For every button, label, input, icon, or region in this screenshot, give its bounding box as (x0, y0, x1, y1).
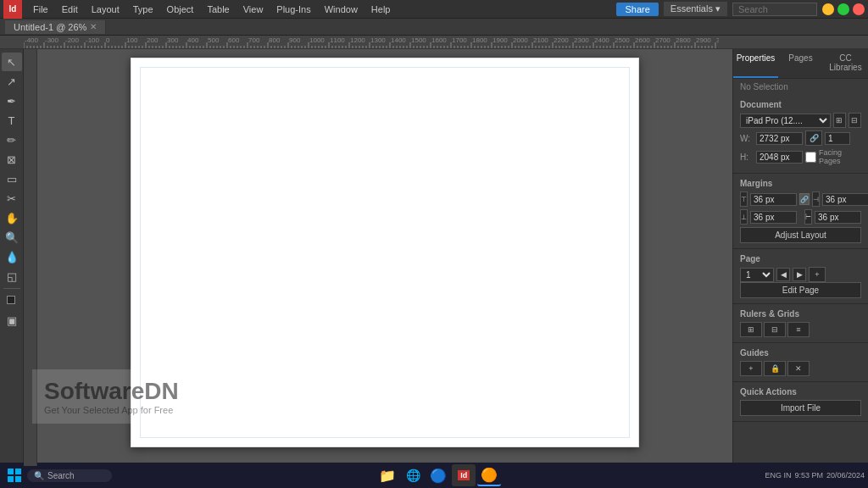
svg-rect-3 (15, 476, 21, 482)
page-options-button[interactable]: + (809, 267, 826, 282)
selection-tool[interactable]: ↖ (2, 53, 22, 71)
share-button[interactable]: Share (616, 3, 658, 16)
taskbar-chrome[interactable]: 🔵 (426, 464, 450, 486)
page-number-row: 1 ◀ ▶ + (740, 267, 861, 282)
edit-page-button[interactable]: Edit Page (740, 282, 861, 298)
menu-right: Share Essentials ▾ (616, 2, 865, 16)
width-input[interactable] (756, 132, 803, 145)
start-button[interactable] (3, 464, 25, 486)
lock-aspect-icon[interactable]: 🔗 (805, 130, 822, 146)
page-section: Page 1 ◀ ▶ + Edit Page (733, 249, 868, 304)
margin-link-button[interactable]: 🔗 (799, 193, 810, 205)
taskbar-edge[interactable]: 🌐 (401, 464, 425, 486)
scissors-tool[interactable]: ✂ (2, 189, 22, 208)
essentials-button[interactable]: Essentials ▾ (664, 2, 727, 16)
margin-top-icon: ⊤ (740, 191, 748, 207)
minimize-button[interactable] (822, 3, 834, 15)
menu-bar: Id File Edit Layout Type Object Table Vi… (0, 0, 868, 19)
height-input[interactable] (756, 151, 803, 164)
add-guide-button[interactable]: + (740, 361, 762, 376)
taskbar-search-bar[interactable]: 🔍 Search (27, 469, 112, 482)
svg-rect-2 (8, 476, 14, 482)
type-tool[interactable]: T (2, 111, 22, 130)
menu-edit[interactable]: Edit (56, 3, 84, 16)
taskbar-apps: 📁 🌐 🔵 Id 🟠 (114, 464, 763, 486)
top-search-input[interactable] (732, 3, 817, 16)
menu-type[interactable]: Type (127, 3, 159, 16)
taskbar-other-app[interactable]: 🟠 (477, 464, 501, 486)
tab-close-button[interactable]: ✕ (90, 22, 97, 31)
gradient-tool[interactable]: ◱ (2, 267, 22, 286)
menu-help[interactable]: Help (365, 3, 397, 16)
taskbar-file-explorer[interactable]: 📁 (376, 464, 399, 486)
rulers-button[interactable]: ⊞ (740, 322, 762, 337)
fill-color[interactable] (2, 291, 22, 310)
width-label: W: (740, 134, 754, 143)
document-preset-dropdown[interactable]: iPad Pro (12.... (740, 114, 831, 128)
tab-cc-libraries[interactable]: CC Libraries (823, 49, 868, 78)
margin-right-input[interactable] (822, 193, 868, 206)
menu-window[interactable]: Window (319, 3, 364, 16)
canvas-area[interactable]: SoftwareDN Get Your Selected App for Fre… (24, 49, 732, 466)
rectangle-tool[interactable]: ▭ (2, 169, 22, 188)
no-selection-label: No Selection (733, 79, 868, 95)
preview-mode[interactable]: ▣ (2, 311, 22, 330)
pen-tool[interactable]: ✒ (2, 92, 22, 110)
adjust-layout-button[interactable]: Adjust Layout (740, 227, 861, 243)
menu-object[interactable]: Object (161, 3, 200, 16)
guides-buttons: + 🔒 ✕ (740, 361, 861, 376)
direct-selection-tool[interactable]: ↗ (2, 72, 22, 91)
menu-items: File Edit Layout Type Object Table View … (27, 3, 616, 16)
watermark-title: SoftwareDN (44, 378, 179, 405)
margin-guides (140, 67, 630, 438)
zoom-tool[interactable]: 🔍 (2, 228, 22, 247)
hand-tool[interactable]: ✋ (2, 208, 22, 227)
menu-layout[interactable]: Layout (86, 3, 125, 16)
document-tab[interactable]: Untitled-1 @ 26% ✕ (5, 20, 106, 34)
document-icon2[interactable]: ⊟ (849, 113, 861, 128)
import-file-button[interactable]: Import File (740, 400, 861, 416)
document-preset-row: iPad Pro (12.... ⊞ ⊟ (740, 113, 861, 128)
maximize-button[interactable] (837, 3, 849, 15)
margin-bottom-input[interactable] (750, 211, 797, 224)
menu-file[interactable]: File (27, 3, 54, 16)
facing-pages-checkbox[interactable] (805, 152, 816, 163)
pencil-tool[interactable]: ✏ (2, 130, 22, 149)
watermark: SoftwareDN Get Your Selected App for Fre… (32, 369, 191, 424)
taskbar-indesign[interactable]: Id (452, 464, 476, 486)
close-button[interactable] (853, 3, 865, 15)
clear-guides-button[interactable]: ✕ (787, 361, 810, 376)
menu-table[interactable]: Table (201, 3, 235, 16)
tab-bar: Untitled-1 @ 26% ✕ (0, 19, 868, 36)
margins-section: Margins ⊤ 🔗 ⊣ ⊥ ⊢ Adjust Layout (733, 174, 868, 249)
margin-top-input[interactable] (750, 193, 797, 206)
margin-left-input[interactable] (815, 211, 861, 224)
pages-input[interactable] (825, 132, 850, 145)
eyedropper-tool[interactable]: 💧 (2, 247, 22, 266)
page-next-button[interactable]: ▶ (793, 268, 806, 281)
grid-button[interactable]: ⊟ (764, 322, 786, 337)
left-toolbar: ↖ ↗ ✒ T ✏ ⊠ ▭ ✂ ✋ 🔍 💧 ◱ ▣ (0, 49, 24, 466)
baseline-grid-button[interactable]: ≡ (787, 322, 810, 337)
tab-pages[interactable]: Pages (778, 49, 823, 78)
watermark-subtitle: Get Your Selected App for Free (44, 405, 179, 415)
search-icon: 🔍 (34, 471, 44, 480)
quick-actions-section: Quick Actions Import File (733, 382, 868, 422)
page-number-select[interactable]: 1 (740, 268, 774, 282)
margin-right-icon: ⊣ (812, 191, 820, 207)
rulers-grids-title: Rulers & Grids (740, 309, 861, 319)
rectangle-frame-tool[interactable]: ⊠ (2, 150, 22, 169)
document-page (131, 58, 639, 447)
language-indicator: ENG IN (765, 471, 791, 480)
page-prev-button[interactable]: ◀ (776, 268, 790, 281)
main-layout: ↖ ↗ ✒ T ✏ ⊠ ▭ ✂ ✋ 🔍 💧 ◱ ▣ SoftwareDN Get… (0, 49, 868, 466)
search-label: Search (47, 471, 75, 480)
document-icon1[interactable]: ⊞ (833, 113, 846, 128)
lock-guides-button[interactable]: 🔒 (764, 361, 786, 376)
menu-view[interactable]: View (237, 3, 270, 16)
menu-plugins[interactable]: Plug-Ins (270, 3, 316, 16)
tab-properties[interactable]: Properties (733, 49, 778, 78)
quick-actions-title: Quick Actions (740, 387, 861, 396)
date: 20/06/2024 (826, 471, 865, 480)
guides-section: Guides + 🔒 ✕ (733, 343, 868, 382)
